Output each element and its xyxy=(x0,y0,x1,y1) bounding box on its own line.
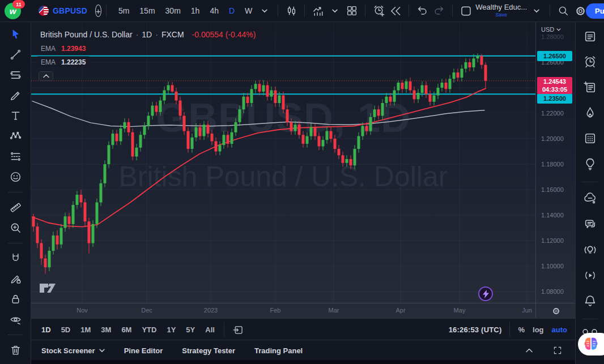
interval-5m[interactable]: 5m xyxy=(114,4,133,18)
panel-expand-chevron[interactable] xyxy=(521,342,538,359)
redo-button[interactable] xyxy=(431,2,448,19)
publish-button[interactable]: Publish xyxy=(586,3,604,19)
layout-name-button[interactable]: Wealthy Educ... Save xyxy=(475,3,527,18)
chart-style-button[interactable] xyxy=(283,2,300,19)
chat-icon[interactable] xyxy=(580,216,599,233)
ema-line[interactable] xyxy=(32,101,484,127)
interval-D[interactable]: D xyxy=(225,4,239,18)
layout-menu-caret[interactable] xyxy=(528,2,545,19)
ema-line[interactable] xyxy=(32,88,486,226)
time-label: May xyxy=(454,307,466,314)
legend-indicator-row[interactable]: EMA1.22235 xyxy=(37,56,90,68)
tradingview-logo[interactable] xyxy=(39,282,58,296)
price-label: 1.22000 xyxy=(541,109,564,117)
add-symbol-button[interactable]: + xyxy=(95,5,101,17)
legend-indicator-row[interactable]: EMA1.23943 xyxy=(37,42,90,54)
interval-4h[interactable]: 4h xyxy=(206,4,223,18)
hotlists-flame-icon[interactable] xyxy=(580,104,599,121)
watchlist-icon[interactable] xyxy=(580,28,599,45)
percent-scale-button[interactable]: % xyxy=(518,326,525,334)
range-1D[interactable]: 1D xyxy=(38,323,54,336)
indicators-caret[interactable] xyxy=(326,2,343,19)
minds-icon[interactable] xyxy=(580,190,599,207)
undo-button[interactable] xyxy=(414,2,431,19)
range-6M[interactable]: 6M xyxy=(118,323,135,336)
time-scale[interactable]: NovDec2023FebMarAprMayJun xyxy=(31,303,575,319)
prediction-tool[interactable] xyxy=(6,148,25,165)
trend-line-tool[interactable] xyxy=(6,46,25,63)
bar-replay-button[interactable] xyxy=(387,2,404,19)
cursor-tool[interactable] xyxy=(6,26,25,42)
user-menu-button[interactable]: w 11 xyxy=(5,2,24,20)
text-tool[interactable] xyxy=(6,108,25,124)
log-scale-button[interactable]: log xyxy=(533,326,544,334)
chart-pane[interactable]: GBPUSD, 1D British Pound / U.S. Dollar B… xyxy=(31,22,535,303)
bottom-toolbar: 1D5D1M3M6MYTD1Y5YAll 16:26:53 (UTC) % lo… xyxy=(31,318,575,340)
level-price-badge: 1.26500 xyxy=(537,51,572,61)
interval-menu-caret[interactable] xyxy=(256,2,273,19)
legend-title: British Pound / U.S. Dollar xyxy=(40,30,133,39)
indicators-button[interactable] xyxy=(309,2,326,19)
measure-ruler-tool[interactable] xyxy=(6,199,25,216)
symbol-search-button[interactable]: GBPUSD xyxy=(53,6,87,15)
interval-30m[interactable]: 30m xyxy=(161,4,185,18)
search-icon[interactable] xyxy=(555,2,572,19)
layout-name: Wealthy Educ... xyxy=(475,3,527,11)
range-5Y[interactable]: 5Y xyxy=(182,323,198,336)
fib-retracement-tool[interactable] xyxy=(6,67,25,83)
interval-15m[interactable]: 15m xyxy=(135,4,159,18)
range-1Y[interactable]: 1Y xyxy=(163,323,179,336)
price-scale[interactable]: USD 1.280001.260001.220001.200001.180001… xyxy=(535,22,576,303)
auto-scale-button[interactable]: auto xyxy=(552,326,567,334)
alerts-icon[interactable] xyxy=(580,53,599,70)
layout-grid-button[interactable] xyxy=(343,2,360,19)
zoom-in-tool[interactable] xyxy=(6,220,25,236)
range-5D[interactable]: 5D xyxy=(58,323,74,336)
current-price-badge: 1.2454304:33:05 xyxy=(537,77,572,94)
boost-button[interactable] xyxy=(478,286,493,301)
go-to-date-icon[interactable] xyxy=(230,321,247,338)
create-alert-button[interactable] xyxy=(370,2,387,19)
price-scale-currency[interactable]: USD xyxy=(541,26,561,33)
legend-interval: 1D xyxy=(142,30,152,39)
range-All[interactable]: All xyxy=(202,323,218,336)
save-label: Save xyxy=(495,12,507,18)
interval-1h[interactable]: 1h xyxy=(187,4,204,18)
time-label: 2023 xyxy=(204,307,218,314)
tab-pine-editor[interactable]: Pine Editor xyxy=(124,346,163,355)
interval-W[interactable]: W xyxy=(241,4,256,18)
tab-stock-screener[interactable]: Stock Screener xyxy=(41,346,105,355)
streams-icon[interactable] xyxy=(580,267,599,284)
legend-symbol-row[interactable]: British Pound / U.S. Dollar · 1D · FXCM … xyxy=(37,28,259,41)
ideas-lightbulb-icon[interactable] xyxy=(580,155,599,172)
fullscreen-icon[interactable] xyxy=(549,342,566,359)
lock-drawings-tool[interactable] xyxy=(6,291,25,307)
notification-count-badge: 11 xyxy=(12,0,25,8)
indicator-value: 1.23943 xyxy=(61,45,86,53)
live-ideas-icon[interactable] xyxy=(580,241,599,258)
date-range-buttons: 1D5D1M3M6MYTD1Y5YAll xyxy=(38,323,218,336)
stay-in-drawing-mode-tool[interactable] xyxy=(6,271,25,287)
price-label: 1.14000 xyxy=(541,211,564,219)
emoji-tool[interactable] xyxy=(6,169,25,185)
brush-tool[interactable] xyxy=(6,87,25,104)
scales-settings-corner[interactable] xyxy=(535,303,576,319)
hide-drawings-tool[interactable] xyxy=(6,311,25,328)
range-3M[interactable]: 3M xyxy=(97,323,114,336)
bar-countdown: 04:33:05 xyxy=(537,85,572,93)
range-YTD[interactable]: YTD xyxy=(138,323,160,336)
xabcd-pattern-tool[interactable] xyxy=(6,128,25,144)
symbol-flag-icon xyxy=(39,6,49,16)
legend-collapse-button[interactable] xyxy=(39,71,53,81)
calendar-icon[interactable] xyxy=(580,130,599,147)
magnet-tool[interactable] xyxy=(6,250,25,267)
remove-drawings-trash-tool[interactable] xyxy=(6,342,25,358)
notes-icon[interactable] xyxy=(580,79,599,96)
tab-strategy-tester[interactable]: Strategy Tester xyxy=(182,346,235,355)
notifications-bell-icon[interactable] xyxy=(580,292,599,309)
ai-assistant-button[interactable] xyxy=(578,333,604,356)
save-layout-icon[interactable] xyxy=(457,2,474,19)
tab-trading-panel[interactable]: Trading Panel xyxy=(254,346,303,355)
bottom-strip xyxy=(0,360,575,364)
range-1M[interactable]: 1M xyxy=(77,323,94,336)
